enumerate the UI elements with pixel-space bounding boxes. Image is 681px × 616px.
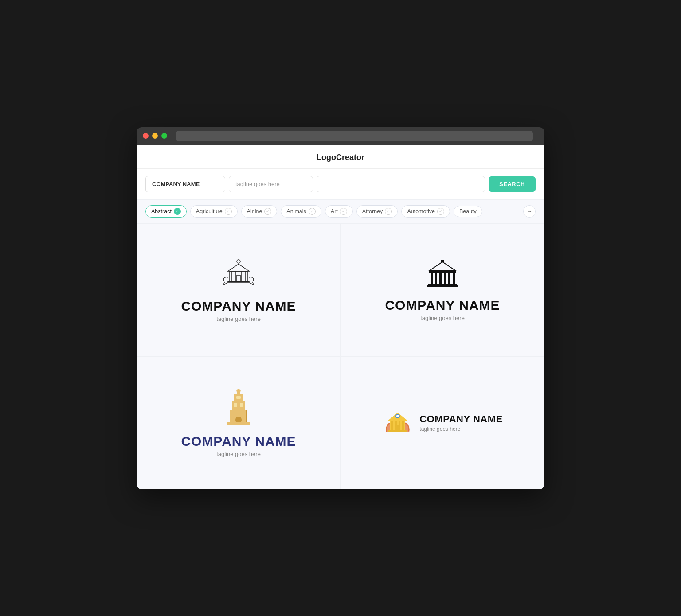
extra-search-input[interactable] — [317, 176, 485, 192]
filter-art-check: ✓ — [340, 208, 347, 215]
filter-attorney[interactable]: Attorney ✓ — [356, 205, 398, 218]
filter-airline[interactable]: Airline ✓ — [241, 205, 278, 218]
svg-rect-36 — [402, 421, 404, 430]
filter-agriculture-label: Agriculture — [196, 208, 223, 214]
svg-rect-33 — [391, 421, 393, 430]
svg-point-8 — [237, 260, 240, 263]
svg-rect-10 — [429, 271, 456, 273]
svg-rect-40 — [388, 430, 407, 432]
logo4-company-name: COMPANY NAME — [419, 413, 502, 425]
logo2-icon — [425, 258, 460, 292]
filter-automotive-label: Automotive — [407, 208, 435, 214]
filter-airline-label: Airline — [247, 208, 262, 214]
svg-rect-13 — [439, 273, 442, 284]
svg-rect-24 — [236, 396, 241, 399]
logo-card-3[interactable]: COMPANY NAME tagline goes here — [137, 356, 340, 489]
filter-abstract[interactable]: Abstract ✓ — [145, 205, 187, 218]
close-button[interactable] — [143, 133, 149, 139]
browser-titlebar — [137, 127, 544, 145]
filter-bar: Abstract ✓ Agriculture ✓ Airline ✓ Anima… — [137, 200, 544, 223]
svg-rect-0 — [230, 271, 247, 281]
filter-agriculture-check: ✓ — [225, 208, 232, 215]
svg-rect-7 — [236, 276, 241, 281]
filter-attorney-check: ✓ — [385, 208, 392, 215]
search-bar: SEARCH — [137, 169, 544, 200]
svg-rect-11 — [431, 273, 433, 284]
logo1-tagline: tagline goes here — [216, 316, 261, 322]
logo-card-4[interactable]: COMPANY NAME tagline goes here — [340, 356, 544, 489]
logo-card-2[interactable]: COMPANY NAME tagline goes here — [340, 223, 544, 356]
address-bar[interactable] — [176, 131, 533, 141]
filter-animals-check: ✓ — [309, 208, 316, 215]
logo2-company-name: COMPANY NAME — [385, 298, 500, 313]
filter-airline-check: ✓ — [264, 208, 271, 215]
filter-animals-label: Animals — [286, 208, 306, 214]
app-title: LogoCreator — [317, 153, 364, 162]
svg-rect-18 — [427, 285, 458, 287]
svg-rect-30 — [227, 422, 250, 425]
filter-beauty[interactable]: Beauty — [454, 206, 482, 217]
search-button[interactable]: SEARCH — [489, 176, 536, 192]
svg-rect-12 — [435, 273, 437, 284]
svg-point-39 — [396, 415, 399, 417]
svg-rect-37 — [395, 425, 400, 430]
logo4-tagline: tagline goes here — [419, 426, 502, 432]
logo1-icon — [219, 257, 258, 292]
logo4-wrapper: COMPANY NAME tagline goes here — [382, 407, 502, 438]
filter-next-arrow[interactable]: → — [523, 205, 536, 218]
logo3-tagline: tagline goes here — [216, 451, 261, 457]
filter-attorney-label: Attorney — [362, 208, 383, 214]
filter-art[interactable]: Art ✓ — [325, 205, 353, 218]
filter-beauty-label: Beauty — [459, 208, 477, 214]
logo3-company-name: COMPANY NAME — [181, 434, 296, 449]
svg-rect-17 — [428, 284, 457, 285]
app-header: LogoCreator — [137, 145, 544, 169]
filter-abstract-label: Abstract — [151, 208, 172, 214]
filter-art-label: Art — [331, 208, 338, 214]
browser-window: LogoCreator SEARCH Abstract ✓ Agricultur… — [137, 127, 544, 489]
logo1-company-name: COMPANY NAME — [181, 299, 296, 314]
logo4-icon — [382, 407, 413, 438]
filter-automotive[interactable]: Automotive ✓ — [401, 205, 450, 218]
logo-card-1[interactable]: COMPANY NAME tagline goes here — [137, 223, 340, 356]
minimize-button[interactable] — [152, 133, 158, 139]
svg-rect-25 — [234, 403, 237, 407]
svg-rect-19 — [441, 260, 444, 262]
svg-rect-14 — [444, 273, 446, 284]
svg-marker-5 — [228, 264, 249, 271]
filter-agriculture[interactable]: Agriculture ✓ — [190, 205, 238, 218]
logo-grid: COMPANY NAME tagline goes here — [137, 223, 544, 489]
svg-rect-26 — [240, 403, 243, 407]
logo3-icon — [223, 388, 254, 428]
tagline-input[interactable] — [229, 176, 313, 192]
svg-marker-9 — [429, 262, 456, 271]
logo4-text: COMPANY NAME tagline goes here — [419, 413, 502, 432]
browser-content: LogoCreator SEARCH Abstract ✓ Agricultur… — [137, 145, 544, 489]
svg-rect-15 — [448, 273, 450, 284]
svg-rect-27 — [235, 417, 242, 423]
company-name-input[interactable] — [145, 176, 225, 192]
filter-automotive-check: ✓ — [437, 208, 444, 215]
svg-rect-16 — [453, 273, 455, 284]
svg-marker-23 — [236, 389, 241, 394]
filter-animals[interactable]: Animals ✓ — [281, 205, 321, 218]
maximize-button[interactable] — [161, 133, 167, 139]
filter-abstract-check: ✓ — [174, 208, 181, 215]
logo2-tagline: tagline goes here — [420, 315, 465, 321]
